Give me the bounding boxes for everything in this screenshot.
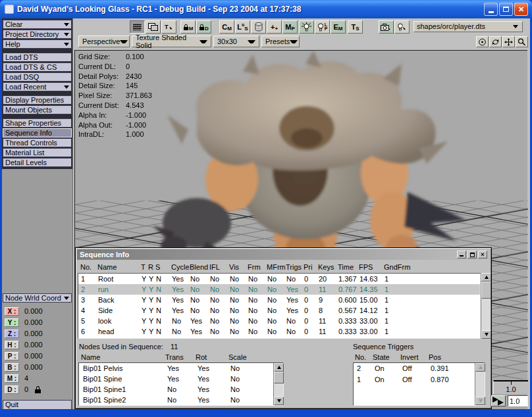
triggers-table-header: No.StateInvertPos — [352, 353, 483, 361]
sequence-row-root[interactable]: 1RootYYNYesNoNoNoNoNoNo0201.36714.631 — [78, 274, 480, 284]
pan-tool-icon[interactable] — [502, 36, 515, 47]
scroll-thumb[interactable] — [481, 282, 491, 299]
rotate-tool-icon[interactable] — [489, 36, 502, 47]
sidebar-item-load-dsq[interactable]: Load DSQ — [3, 72, 72, 82]
close-button[interactable]: ✕ — [514, 3, 528, 16]
cell: N — [156, 284, 172, 295]
transform-pick-icon[interactable]: T — [161, 20, 176, 34]
panel-maximize-button[interactable] — [467, 251, 477, 258]
coord-value: 0 — [24, 385, 28, 393]
stat-current-dist: Current Dist:4.543 — [78, 101, 152, 111]
node-row-bip01-spine1[interactable]: Bip01 Spine1NoYesNo — [79, 384, 273, 395]
quit-button[interactable]: Quit — [3, 400, 72, 410]
shape-file-dropdown[interactable]: shapes/orc/player.dts — [413, 21, 523, 32]
column-header-keys: Keys — [318, 263, 338, 271]
sidebar-item-sequence-info[interactable]: Sequence Info — [3, 128, 72, 137]
bounds-mesh-icon[interactable] — [251, 20, 266, 34]
light-lp-icon[interactable]: LP — [315, 20, 330, 34]
playback-speed-button[interactable] — [491, 395, 506, 406]
playback-speed-input[interactable] — [508, 395, 528, 406]
sidebar-item-load-recent[interactable]: Load Recent — [3, 82, 72, 91]
lock-materials-icon[interactable]: M — [180, 20, 196, 34]
dropdown-arrow-icon — [64, 297, 69, 300]
embedded-mesh-icon[interactable]: EM — [331, 20, 346, 34]
scroll-down-button[interactable] — [475, 397, 485, 405]
camera-pick-icon[interactable] — [379, 20, 394, 34]
scroll-down-button[interactable] — [274, 397, 284, 405]
sidebar-item-mount-objects[interactable]: Mount Objects — [3, 105, 72, 114]
view-dropdown-presets[interactable]: Presets — [261, 36, 300, 47]
cell: 0.567 — [338, 305, 359, 316]
cell: No — [230, 374, 273, 384]
window-titlebar[interactable]: David Wyand's Looking Glass - RC1 - Debu… — [0, 0, 532, 18]
sidebar-item-help[interactable]: Help — [3, 39, 72, 49]
cell: No — [230, 274, 248, 284]
sidebar-item-display-properties[interactable]: Display Properties — [3, 95, 72, 105]
panel-minimize-button[interactable] — [457, 251, 466, 258]
trigger-row-2[interactable]: 2OnOff0.391 — [354, 363, 475, 374]
view-dropdown-perspective[interactable]: Perspective — [78, 36, 130, 47]
cell: Y — [149, 326, 156, 337]
dropdown-arrow-icon — [290, 40, 298, 43]
sequence-row-head[interactable]: 6headYYNNoYesNoNoNoNoNo0110.33333.001 — [78, 326, 480, 337]
sidebar-item-thread-controls[interactable]: Thread Controls — [3, 138, 72, 147]
node-row-bip01-spine[interactable]: Bip01 SpineYesYesNo — [79, 374, 273, 384]
sidebar-item-project-directory[interactable]: Project Directory — [3, 30, 72, 39]
trigger-row-1[interactable]: 1OnOff0.870 — [354, 374, 475, 385]
view-dropdown-texture-shaded-solid[interactable]: Texture Shaded Solid — [132, 36, 211, 47]
coord-row-z: Z :0.000 — [5, 329, 43, 338]
node-row-bip01-pelvis[interactable]: Bip01 PelvisYesYesNo — [79, 363, 273, 374]
timeline-slider[interactable]: 1.0 — [493, 380, 528, 394]
coord-mode-dropdown[interactable]: Node Wrld Coord — [3, 293, 72, 303]
grid-toggle-icon[interactable] — [130, 20, 145, 34]
sequence-info-panel: Sequence Info × No.NameTRSCycleBlendIFLV… — [75, 247, 492, 409]
coord-value: 0.000 — [24, 307, 43, 315]
sidebar-item-shape-properties[interactable]: Shape Properties — [3, 118, 72, 128]
view-dropdown-30x30[interactable]: 30x30 — [213, 36, 259, 47]
cell: Bip01 Spine1 — [83, 384, 167, 395]
sidebar-item-detail-levels[interactable]: Detail Levels — [3, 158, 72, 167]
scroll-thumb[interactable] — [274, 372, 284, 383]
triggers-table-scrollbar[interactable] — [475, 363, 485, 405]
stat-value: -1.000 — [126, 111, 146, 119]
coord-axis-chip-p: P : — [5, 352, 19, 360]
sidebar-item-load-dts-cs[interactable]: Load DTS & CS — [3, 62, 72, 72]
node-markers-icon[interactable]: ++ — [267, 20, 282, 34]
coord-row-h: H :0.000 — [5, 340, 43, 349]
viewport-3d[interactable]: Grid Size:0.100Current DL:0Detail Polys:… — [74, 50, 527, 409]
scroll-up-button[interactable] — [481, 273, 491, 282]
los-collision-icon[interactable]: LoS — [235, 20, 250, 34]
cell: No — [190, 305, 210, 316]
sequence-row-side[interactable]: 4SideYYNYesNoNoNoNoNoYes080.56714.121 — [78, 305, 480, 316]
panel-close-button[interactable]: × — [478, 251, 487, 258]
sequence-table-scrollbar[interactable] — [481, 273, 491, 339]
lock-details-icon[interactable]: D — [196, 20, 211, 34]
maximize-button[interactable] — [499, 3, 513, 16]
coord-value: 0.000 — [24, 341, 43, 349]
sequence-row-run[interactable]: 2runYYNYesNoNoNoNoNoYes0110.76714.351 — [78, 284, 480, 295]
mount-points-icon[interactable]: MP — [282, 20, 298, 34]
minimize-button[interactable] — [484, 3, 498, 16]
sun-light-icon[interactable] — [299, 20, 314, 34]
zoom-tool-icon[interactable] — [516, 36, 528, 47]
nodes-table-scrollbar[interactable] — [273, 363, 283, 405]
cell: No — [210, 274, 230, 284]
light-pick-icon[interactable] — [394, 20, 410, 34]
cell: Root — [98, 274, 142, 284]
collision-mesh-icon[interactable]: CM — [219, 20, 234, 34]
sidebar-item-clear[interactable]: Clear — [3, 20, 72, 29]
sequence-row-back[interactable]: 3BackYYNYesNoNoNoNoNoYes090.60015.001 — [78, 295, 480, 305]
sequence-panel-titlebar[interactable]: Sequence Info × — [77, 249, 490, 260]
scroll-down-button[interactable] — [481, 330, 491, 339]
sidebar-item-material-list[interactable]: Material List — [3, 148, 72, 157]
timeline-slider-tick — [511, 381, 512, 385]
scroll-up-button[interactable] — [475, 363, 485, 372]
column-header-frm: Frm — [248, 263, 267, 271]
display-icon[interactable] — [146, 20, 161, 34]
sequence-row-look[interactable]: 5lookYYNNoYesNoNoNoNoNo0110.33333.001 — [78, 316, 480, 326]
orbit-tool-icon[interactable] — [476, 36, 489, 47]
scroll-up-button[interactable] — [274, 363, 284, 372]
texture-seq-icon[interactable]: TS — [348, 20, 363, 34]
node-row-bip01-spine2[interactable]: Bip01 Spine2NoYesNo — [79, 395, 273, 405]
sidebar-item-load-dts[interactable]: Load DTS — [3, 53, 72, 62]
